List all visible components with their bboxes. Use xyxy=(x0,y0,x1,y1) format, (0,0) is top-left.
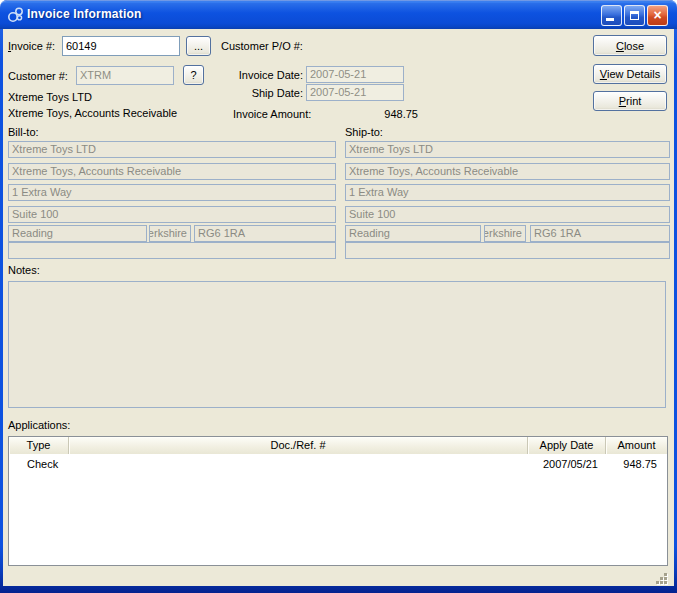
bill-to-city-input: Reading xyxy=(8,225,147,242)
maximize-button[interactable] xyxy=(624,5,645,26)
bill-to-postal-input: RG6 1RA xyxy=(194,225,336,242)
print-button[interactable]: Print xyxy=(593,91,667,111)
app-icon xyxy=(7,6,24,23)
invoice-number-label: Invoice #: xyxy=(8,40,55,52)
ship-to-line2-input: Xtreme Toys, Accounts Receivable xyxy=(345,163,670,180)
invoice-date-input: 2007-05-21 xyxy=(306,66,404,83)
ship-date-label: Ship Date: xyxy=(200,87,303,99)
invoice-amount-value: 948.75 xyxy=(353,108,418,120)
browse-invoice-button[interactable]: ... xyxy=(186,36,211,56)
ship-to-line6-input xyxy=(345,242,670,259)
invoice-date-label: Invoice Date: xyxy=(200,69,303,81)
bill-to-line4-input: Suite 100 xyxy=(8,206,336,223)
column-header-doc-ref: Doc./Ref. # xyxy=(69,437,528,454)
maximize-icon xyxy=(630,11,639,20)
customer-name-text: Xtreme Toys LTD xyxy=(8,91,92,103)
resize-grip-icon[interactable] xyxy=(653,571,669,586)
ship-to-line1-input: Xtreme Toys LTD xyxy=(345,141,670,158)
table-row[interactable]: Check 2007/05/21 948.75 xyxy=(9,457,667,472)
ship-to-line3-input: 1 Extra Way xyxy=(345,184,670,201)
applications-label: Applications: xyxy=(8,419,70,431)
ship-date-input: 2007-05-21 xyxy=(306,84,404,101)
cell-amount: 948.75 xyxy=(606,457,667,472)
ship-to-postal-input: RG6 1RA xyxy=(530,225,670,242)
view-details-button[interactable]: View Details xyxy=(593,64,667,84)
customer-po-label: Customer P/O #: xyxy=(221,40,303,52)
close-button[interactable]: Close xyxy=(593,35,667,56)
invoice-information-window: Invoice Information × Invoice #: ... Cus… xyxy=(0,0,677,593)
invoice-number-input[interactable] xyxy=(62,36,180,56)
ship-to-label: Ship-to: xyxy=(345,126,383,138)
customer-number-input: XTRM xyxy=(76,66,174,85)
bill-to-line3-input: 1 Extra Way xyxy=(8,184,336,201)
bill-to-state-input: Berkshire xyxy=(149,225,191,242)
minimize-icon xyxy=(606,18,614,21)
ship-to-city-input: Reading xyxy=(345,225,481,242)
column-header-type: Type xyxy=(9,437,69,454)
bill-to-label: Bill-to: xyxy=(8,126,39,138)
applications-table: Type Doc./Ref. # Apply Date Amount Check… xyxy=(8,436,668,566)
titlebar[interactable]: Invoice Information × xyxy=(0,0,677,29)
column-header-amount: Amount xyxy=(606,437,667,454)
cell-apply-date: 2007/05/21 xyxy=(528,457,606,472)
window-title: Invoice Information xyxy=(27,0,141,29)
ship-to-state-input: Berkshire xyxy=(484,225,526,242)
customer-contact-text: Xtreme Toys, Accounts Receivable xyxy=(8,107,177,119)
cell-type: Check xyxy=(9,457,69,472)
close-icon: × xyxy=(653,6,661,25)
table-header-row: Type Doc./Ref. # Apply Date Amount xyxy=(9,437,667,454)
bill-to-line6-input xyxy=(8,242,336,259)
titlebar-close-button[interactable]: × xyxy=(647,5,668,26)
cell-doc-ref xyxy=(69,457,528,472)
column-header-apply-date: Apply Date xyxy=(528,437,606,454)
bill-to-line1-input: Xtreme Toys LTD xyxy=(8,141,336,158)
bill-to-line2-input: Xtreme Toys, Accounts Receivable xyxy=(8,163,336,180)
customer-number-label: Customer #: xyxy=(8,70,68,82)
notes-label: Notes: xyxy=(8,264,40,276)
minimize-button[interactable] xyxy=(601,5,622,26)
ship-to-line4-input: Suite 100 xyxy=(345,206,670,223)
notes-textarea xyxy=(8,281,666,408)
invoice-amount-label: Invoice Amount: xyxy=(233,108,311,120)
